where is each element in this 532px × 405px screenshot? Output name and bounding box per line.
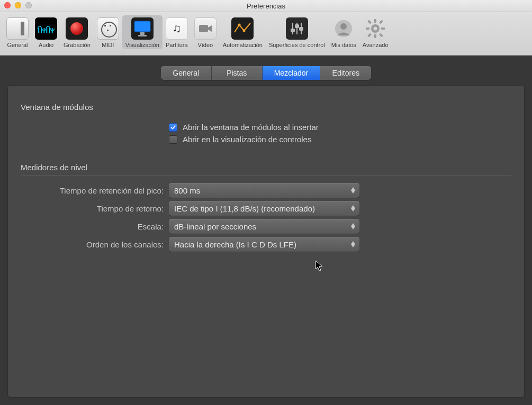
popup-peak-hold-time[interactable]: 800 ms (169, 183, 359, 198)
subtab-mixer[interactable]: Mezclador (263, 66, 321, 80)
toolbar-item-video[interactable]: Vídeo (191, 15, 220, 49)
svg-rect-20 (367, 20, 372, 24)
svg-marker-32 (351, 244, 355, 247)
divider (21, 115, 511, 115)
svg-rect-16 (374, 19, 376, 23)
switch-icon (6, 17, 29, 40)
svg-rect-3 (138, 35, 147, 36)
svg-rect-19 (381, 27, 385, 30)
label-channel-order: Orden de los canales: (21, 240, 169, 249)
window-close-button[interactable] (4, 2, 11, 8)
checkbox-label: Abrir la ventana de módulos al insertar (183, 123, 319, 132)
toolbar-label: General (7, 42, 28, 48)
popup-value: Hacia la derecha (Is I C D Ds LFE) (174, 240, 296, 249)
toolbar-item-general[interactable]: General (3, 15, 32, 49)
updown-icon (349, 238, 357, 250)
label-scale: Escala: (21, 222, 169, 231)
svg-rect-10 (291, 29, 294, 32)
svg-rect-11 (295, 25, 299, 27)
label-peak-hold: Tiempo de retención del pico: (21, 186, 169, 195)
svg-rect-12 (300, 27, 303, 30)
updown-icon (349, 220, 357, 232)
gear-icon (364, 17, 386, 40)
svg-rect-4 (199, 25, 208, 32)
toolbar-item-control-surfaces[interactable]: Superficies de control (266, 15, 328, 49)
user-icon (332, 17, 355, 40)
toolbar-item-automation[interactable]: Automatización (220, 15, 266, 49)
svg-rect-2 (140, 32, 145, 35)
label-return-time: Tiempo de retorno: (21, 204, 169, 213)
cursor-icon (315, 260, 324, 273)
subtab-editors[interactable]: Editores (320, 66, 371, 80)
camera-icon (194, 17, 217, 40)
faders-icon (286, 17, 308, 40)
midi-icon (97, 17, 119, 40)
svg-point-6 (243, 30, 246, 32)
checkbox-open-in-controls-view[interactable] (169, 135, 177, 144)
toolbar-label: Avanzado (363, 42, 389, 48)
toolbar-label: Grabación (64, 42, 91, 48)
preferences-toolbar: General Audio Grabación MIDI Visualizaci… (0, 12, 532, 56)
toolbar-item-my-info[interactable]: Mis datos (328, 15, 359, 49)
titlebar: Preferencias (0, 0, 532, 12)
music-note-icon: ♫ (166, 17, 188, 40)
divider (21, 175, 511, 176)
window-zoom-button[interactable] (25, 2, 32, 8)
content-area: General Pistas Mezclador Editores Ventan… (0, 56, 532, 405)
checkbox-label: Abrir en la visualización de controles (183, 135, 311, 144)
toolbar-label: MIDI (102, 42, 114, 48)
popup-channel-order[interactable]: Hacia la derecha (Is I C D Ds LFE) (169, 237, 359, 252)
display-icon (131, 17, 154, 40)
toolbar-label: Vídeo (197, 42, 213, 48)
toolbar-label: Visualización (125, 42, 159, 48)
window-title: Preferencias (247, 2, 285, 10)
svg-marker-26 (351, 190, 355, 194)
section-title-modules: Ventana de módulos (21, 103, 511, 112)
section-title-meters: Medidores de nivel (21, 163, 511, 172)
toolbar-item-midi[interactable]: MIDI (94, 15, 122, 49)
toolbar-label: Superficies de control (269, 42, 325, 48)
toolbar-label: Partitura (166, 42, 188, 48)
svg-rect-23 (367, 33, 372, 38)
automation-icon (231, 17, 254, 40)
toolbar-label: Automatización (223, 42, 263, 48)
updown-icon (349, 202, 357, 214)
popup-value: 800 ms (174, 186, 200, 195)
toolbar-item-score[interactable]: ♫ Partitura (163, 15, 191, 49)
popup-value: IEC de tipo I (11,8 dB/s) (recomendado) (174, 204, 315, 213)
toolbar-label: Audio (39, 42, 53, 48)
svg-rect-18 (366, 27, 369, 30)
checkbox-open-plugin-window-on-insert[interactable] (169, 123, 177, 132)
toolbar-item-recording[interactable]: Grabación (60, 15, 94, 49)
toolbar-item-audio[interactable]: Audio (32, 15, 60, 49)
svg-point-24 (374, 27, 377, 31)
display-subtabs: General Pistas Mezclador Editores (161, 66, 372, 80)
mixer-prefs-panel: Ventana de módulos Abrir la ventana de m… (7, 85, 525, 398)
subtab-general[interactable]: General (161, 66, 212, 80)
toolbar-item-display[interactable]: Visualización (122, 15, 163, 49)
svg-rect-22 (379, 20, 383, 24)
window-minimize-button[interactable] (15, 2, 21, 8)
svg-rect-0 (134, 21, 150, 32)
updown-icon (349, 185, 357, 196)
toolbar-label: Mis datos (331, 42, 356, 48)
svg-point-14 (340, 23, 347, 30)
preferences-window: Preferencias General Audio Grabación MID… (0, 0, 532, 405)
svg-rect-17 (374, 34, 376, 38)
svg-point-5 (238, 24, 241, 26)
popup-scale[interactable]: dB-lineal por secciones (169, 219, 359, 234)
toolbar-item-advanced[interactable]: Avanzado (359, 15, 392, 49)
subtab-tracks[interactable]: Pistas (212, 66, 263, 80)
svg-marker-30 (351, 226, 355, 229)
popup-value: dB-lineal por secciones (174, 222, 256, 231)
popup-return-time[interactable]: IEC de tipo I (11,8 dB/s) (recomendado) (169, 201, 359, 216)
waveform-icon (35, 17, 57, 40)
svg-rect-21 (379, 33, 383, 38)
svg-marker-28 (351, 208, 355, 211)
record-icon (66, 17, 88, 40)
traffic-lights (4, 2, 32, 8)
